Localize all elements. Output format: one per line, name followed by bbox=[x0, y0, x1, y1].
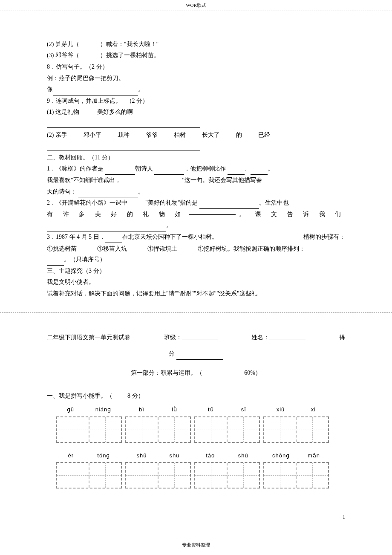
s2-q2-line1: 2．《开满鲜花的小路》一课中 "美好的礼物"指的是 。生活中也 bbox=[47, 197, 345, 209]
pinyin-row-1: ɡūniánɡ bìlǜ tǔsī xiūxi bbox=[56, 405, 345, 415]
char-grid-row-2 bbox=[56, 462, 345, 489]
test-header-row: 二年级下册语文第一单元测试卷 班级： 姓名： 得 bbox=[47, 332, 345, 344]
class-label: 班级： bbox=[164, 334, 182, 341]
page-number: 1 bbox=[343, 512, 345, 522]
s2-q2-line2: 有 许 多 美 好 的 礼 物 如。 课 文 告 诉 我 们 bbox=[47, 209, 345, 220]
char-grid bbox=[56, 416, 122, 443]
s2-q1-line3: 天的诗句： 。 bbox=[47, 186, 345, 198]
s2-q3-line2: ①挑选树苗 ①移苗入坑 ①挥锹填土 ①挖好树坑。我能按照正确的顺序排列： bbox=[47, 243, 345, 254]
score-row: 分 bbox=[47, 348, 345, 360]
char-grid bbox=[125, 416, 191, 443]
char-grid-row-1 bbox=[56, 416, 345, 443]
s3-line2: 试着补充对话，解决下面的问题，记得要用上"请""谢谢""对不起""没关系"这些礼 bbox=[47, 288, 345, 300]
q9-item-2: (2) 亲手 邓小平 栽种 爷爷 柏树 长大了 的 已经 bbox=[47, 130, 345, 141]
page-footer: 专业资料整理 bbox=[0, 539, 392, 552]
char-grid bbox=[125, 462, 191, 489]
name-label: 姓名： bbox=[251, 334, 269, 341]
q8-answer-line: 像。 bbox=[47, 84, 345, 95]
section-2-title: 二、教材回顾。（11 分） bbox=[47, 152, 345, 164]
s2-q2-line3: 。 bbox=[47, 220, 345, 231]
q7-item-3: (3) 邓爷爷（ ）挑选了一棵柏树苗。 bbox=[47, 50, 345, 61]
s2-q1-line1: 1．《咏柳》的作者是 朝诗人 ，他把柳柳比作 、。 bbox=[47, 163, 345, 175]
s3-line1: 我是文明小使者。 bbox=[47, 277, 345, 288]
q9-item-2-blank bbox=[47, 141, 345, 152]
char-grid bbox=[263, 462, 329, 489]
q9-title: 9．连词成句，并加上标点。 （2 分） bbox=[47, 95, 345, 107]
mid-rule bbox=[0, 312, 392, 313]
page-header: WOR歌式 bbox=[0, 0, 392, 11]
score-label-right: 得 bbox=[339, 332, 345, 344]
char-grid bbox=[56, 462, 122, 489]
q9-item-1: (1) 这是礼物 美好多么的啊 bbox=[47, 107, 345, 118]
test-title: 二年级下册语文第一单元测试卷 bbox=[47, 332, 130, 344]
q7-item-2: (2) 笋芽儿（ ）喊着："我长大啦！" bbox=[47, 39, 345, 50]
section-3-title: 三、主题探究（3 分） bbox=[47, 266, 345, 277]
document-body: (2) 笋芽儿（ ）喊着："我长大啦！" (3) 邓爷爷（ ）挑选了一棵柏树苗。… bbox=[0, 11, 392, 513]
char-grid bbox=[194, 416, 260, 443]
s2-q3-line3: 。（只填序号） bbox=[47, 254, 345, 266]
pinyin-row-2: értónɡ shūshu táoshù chōnɡmǎn bbox=[56, 451, 345, 461]
q8-title: 8．仿写句子。（2 分） bbox=[47, 61, 345, 73]
part1-q1-title: 一、我是拼写小能手。（ 8 分） bbox=[47, 390, 345, 402]
char-grid bbox=[263, 416, 329, 443]
s2-q3-line1: 3．1987 年 4 月 5 日，在北京天坛公园种下了一棵小柏树。 植树的步骤有… bbox=[47, 231, 345, 243]
q9-item-1-blank bbox=[47, 118, 345, 130]
q8-example: 例：燕子的尾巴像一把剪刀。 bbox=[47, 73, 345, 84]
char-grid bbox=[194, 462, 260, 489]
s2-q1-line2: 我最喜欢"不知细叶谁裁出， "这一句。我还会写其他描写春 bbox=[47, 175, 345, 186]
part-1-title: 第一部分：积累与运用。（ 60%） bbox=[47, 367, 345, 379]
